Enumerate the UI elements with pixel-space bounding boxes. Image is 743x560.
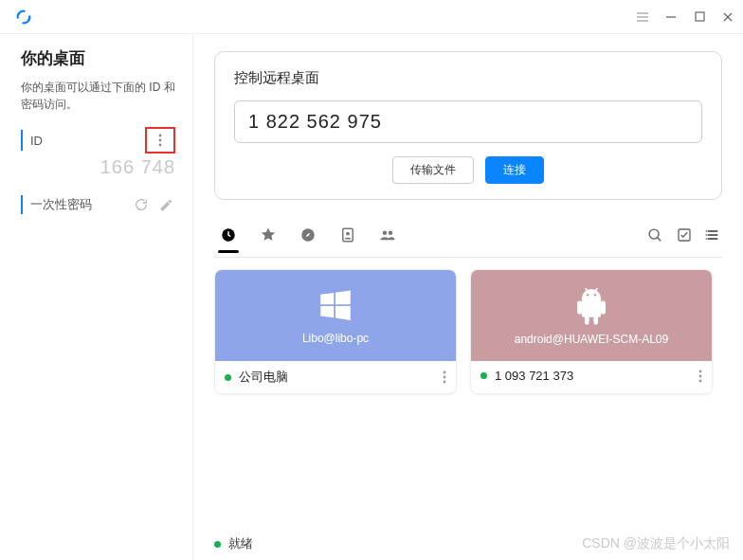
status-dot-icon xyxy=(480,372,487,379)
tab-addressbook[interactable] xyxy=(335,223,360,247)
svg-point-9 xyxy=(389,231,393,236)
status-ready-label: 就绪 xyxy=(228,535,253,552)
svg-point-18 xyxy=(587,294,589,297)
tab-discover[interactable] xyxy=(296,223,320,247)
device-hero: android@HUAWEI-SCM-AL09 xyxy=(471,270,712,361)
svg-point-1 xyxy=(159,135,162,137)
remote-card-title: 控制远程桌面 xyxy=(234,69,702,87)
watermark: CSDN @波波是个小太阳 xyxy=(582,535,730,552)
svg-point-12 xyxy=(706,230,707,231)
device-card[interactable]: Libo@libo-pc 公司电脑 xyxy=(214,269,457,394)
sidebar: 你的桌面 你的桌面可以通过下面的 ID 和密码访问。 ID 166 748 一次… xyxy=(0,34,193,560)
svg-point-10 xyxy=(649,229,659,239)
edit-icon[interactable] xyxy=(156,195,175,214)
id-label: ID xyxy=(30,134,43,148)
status-ready-dot-icon xyxy=(214,541,221,548)
device-footer: 1 093 721 373 xyxy=(471,361,712,390)
id-value: 166 748 xyxy=(21,156,175,178)
device-user: Libo@libo-pc xyxy=(302,332,369,345)
windows-icon xyxy=(316,286,355,326)
device-more-button[interactable] xyxy=(698,370,702,383)
device-footer: 公司电脑 xyxy=(215,361,456,393)
list-view-icon[interactable] xyxy=(705,227,720,244)
android-icon xyxy=(572,285,610,327)
id-field-header: ID xyxy=(21,130,175,151)
device-card[interactable]: android@HUAWEI-SCM-AL09 1 093 721 373 xyxy=(470,269,713,394)
device-grid: Libo@libo-pc 公司电脑 andr xyxy=(214,269,722,394)
statusbar: 就绪 xyxy=(214,535,253,552)
device-hero: Libo@libo-pc xyxy=(215,270,456,361)
divider xyxy=(214,257,722,258)
tab-groups[interactable] xyxy=(375,223,400,247)
device-user: android@HUAWEI-SCM-AL09 xyxy=(515,333,668,346)
svg-point-2 xyxy=(159,139,162,142)
connect-button[interactable]: 连接 xyxy=(485,156,544,184)
maximize-button[interactable] xyxy=(692,9,707,25)
tab-recent[interactable] xyxy=(216,223,241,247)
id-more-button[interactable] xyxy=(149,130,172,151)
sidebar-title: 你的桌面 xyxy=(21,47,175,69)
status-dot-icon xyxy=(225,374,231,381)
svg-point-19 xyxy=(594,294,597,297)
remote-id-input[interactable] xyxy=(234,100,702,143)
device-more-button[interactable] xyxy=(443,370,446,384)
svg-point-21 xyxy=(699,374,702,377)
otp-field-header: 一次性密码 xyxy=(21,195,175,214)
minimize-button[interactable] xyxy=(663,9,679,25)
svg-point-22 xyxy=(699,379,702,382)
menu-icon[interactable] xyxy=(635,9,650,25)
svg-point-15 xyxy=(444,371,446,374)
refresh-icon[interactable] xyxy=(132,195,151,214)
svg-point-14 xyxy=(706,238,707,239)
search-icon[interactable] xyxy=(647,227,663,244)
close-button[interactable] xyxy=(720,9,735,25)
remote-control-card: 控制远程桌面 传输文件 连接 xyxy=(214,51,722,200)
svg-point-13 xyxy=(706,234,707,235)
app-logo-icon xyxy=(15,9,32,26)
svg-point-8 xyxy=(383,231,388,236)
device-display-name: 公司电脑 xyxy=(239,369,288,386)
svg-point-20 xyxy=(699,370,702,372)
sidebar-desc: 你的桌面可以通过下面的 ID 和密码访问。 xyxy=(21,79,175,113)
svg-rect-0 xyxy=(696,12,704,21)
transfer-file-button[interactable]: 传输文件 xyxy=(392,156,474,184)
tabbar xyxy=(214,223,722,251)
tab-favorites[interactable] xyxy=(256,223,281,247)
id-more-highlight xyxy=(145,127,175,154)
main-area: 控制远程桌面 传输文件 连接 xyxy=(193,34,743,560)
svg-point-17 xyxy=(444,381,446,384)
device-display-name: 1 093 721 373 xyxy=(495,369,573,383)
select-icon[interactable] xyxy=(677,227,692,244)
titlebar xyxy=(0,0,743,34)
svg-point-16 xyxy=(444,376,446,379)
otp-label: 一次性密码 xyxy=(30,196,92,213)
svg-point-7 xyxy=(346,232,350,236)
svg-point-3 xyxy=(159,144,162,147)
